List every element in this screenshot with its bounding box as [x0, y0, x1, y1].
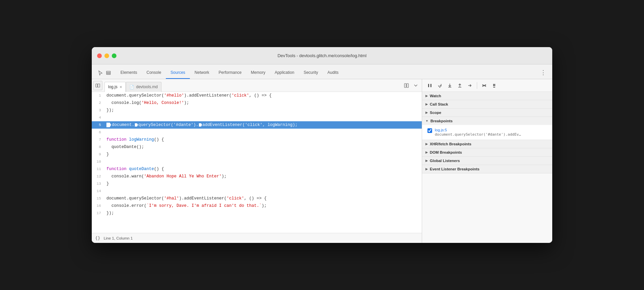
code-token: '#hal': [164, 196, 179, 201]
code-line[interactable]: 11function quoteDante() {: [92, 165, 422, 173]
code-editor[interactable]: 1document.querySelector('#hello').addEve…: [92, 92, 422, 233]
code-token: 'click': [227, 196, 244, 201]
editor-panel: log.js ✕ 📄 devtools.md: [92, 79, 422, 243]
svg-rect-7: [428, 84, 429, 87]
code-line[interactable]: 13}: [92, 180, 422, 187]
code-token: console.log(: [106, 101, 141, 105]
close-button[interactable]: [97, 53, 102, 58]
cursor-icon[interactable]: [97, 69, 104, 76]
minimize-button[interactable]: [104, 53, 109, 58]
devtools-window: DevTools - devtools.glitch.me/console/lo…: [92, 47, 552, 243]
sidebar-toggle-button[interactable]: [93, 81, 102, 90]
svg-rect-6: [407, 84, 408, 88]
line-number: 3: [92, 107, 104, 114]
svg-rect-15: [493, 84, 494, 86]
step-over-button[interactable]: [435, 81, 444, 90]
section-header-event-listener-breakpoints[interactable]: Event Listener Breakpoints: [422, 165, 552, 173]
code-line[interactable]: 12 console.warn('Abandon Hope All Ye Who…: [92, 173, 422, 180]
layers-icon[interactable]: [105, 69, 112, 76]
code-token: 'click': [245, 123, 263, 127]
line-content: document.querySelector('#dante').addEven…: [104, 121, 422, 129]
code-line[interactable]: 17});: [92, 209, 422, 217]
line-content: [104, 187, 422, 195]
code-token: () {: [154, 137, 164, 142]
line-content: document.querySelector('#hal').addEventL…: [104, 195, 422, 202]
format-braces-icon[interactable]: {}: [95, 236, 100, 241]
line-content: console.error(`I'm sorry, Dave. I'm afra…: [104, 202, 422, 209]
debugger-section-watch: Watch: [422, 92, 552, 100]
section-header-call-stack[interactable]: Call Stack: [422, 100, 552, 108]
breakpoint-checkbox[interactable]: [427, 128, 432, 133]
file-tab-close-icon[interactable]: ✕: [119, 85, 122, 89]
file-tab-label: log.js: [108, 85, 117, 89]
code-line[interactable]: 14: [92, 187, 422, 195]
pause-button[interactable]: [425, 81, 434, 90]
svg-rect-17: [493, 87, 495, 88]
code-line[interactable]: 9}: [92, 151, 422, 158]
section-header-xhr-breakpoints[interactable]: XHR/fetch Breakpoints: [422, 140, 552, 148]
code-token: function: [106, 167, 129, 171]
line-content: [104, 129, 422, 136]
line-content: [104, 114, 422, 121]
code-line[interactable]: 8 quoteDante();: [92, 143, 422, 151]
chevron-icon: [425, 111, 428, 114]
tab-application[interactable]: Application: [270, 67, 299, 79]
step-into-button[interactable]: [445, 81, 454, 90]
expand-file-button[interactable]: [411, 81, 420, 90]
main-content: log.js ✕ 📄 devtools.md: [92, 79, 552, 243]
tab-elements[interactable]: Elements: [116, 67, 142, 79]
tab-audits[interactable]: Audits: [323, 67, 343, 79]
code-line[interactable]: 15document.querySelector('#hal').addEven…: [92, 195, 422, 202]
step-out-button[interactable]: [455, 81, 464, 90]
deactivate-breakpoints-button[interactable]: [480, 81, 489, 90]
code-line[interactable]: 5document.querySelector('#dante').addEve…: [92, 121, 422, 129]
debugger-sections: WatchCall StackScopeBreakpointslog.js:5d…: [422, 92, 552, 243]
section-header-breakpoints[interactable]: Breakpoints: [422, 117, 552, 125]
maximize-button[interactable]: [112, 53, 116, 58]
breakpoint-file-label[interactable]: log.js:5: [435, 128, 521, 132]
code-token: });: [106, 211, 114, 215]
window-title: DevTools - devtools.glitch.me/console/lo…: [278, 53, 367, 58]
code-token: document.querySelector(: [106, 196, 164, 201]
code-token: `I'm sorry, Dave. I'm afraid I can't do …: [146, 203, 262, 208]
code-line[interactable]: 16 console.error(`I'm sorry, Dave. I'm a…: [92, 202, 422, 209]
code-line[interactable]: 1document.querySelector('#hello').addEve…: [92, 92, 422, 99]
svg-rect-8: [430, 84, 431, 87]
toolbar-separator: [477, 82, 477, 89]
tab-security[interactable]: Security: [299, 67, 323, 79]
code-line[interactable]: 3});: [92, 107, 422, 114]
line-number: 1: [92, 92, 104, 99]
breakpoint-item: log.js:5document.querySelector('#dante')…: [422, 126, 552, 138]
chevron-icon: [425, 119, 428, 123]
section-header-global-listeners[interactable]: Global Listeners: [422, 157, 552, 165]
section-header-watch[interactable]: Watch: [422, 92, 552, 100]
tab-performance[interactable]: Performance: [214, 67, 246, 79]
code-token: ).: [194, 123, 199, 127]
file-tab-devtools-md[interactable]: 📄 devtools.md: [126, 82, 162, 92]
tab-console[interactable]: Console: [142, 67, 166, 79]
line-number: 14: [92, 187, 104, 195]
line-number: 11: [92, 165, 104, 173]
section-header-dom-breakpoints[interactable]: DOM Breakpoints: [422, 148, 552, 156]
code-line[interactable]: 2 console.log('Hello, Console!');: [92, 99, 422, 107]
pause-on-exceptions-button[interactable]: [490, 81, 499, 90]
section-body-breakpoints: log.js:5document.querySelector('#dante')…: [422, 125, 552, 140]
line-content: [104, 158, 422, 165]
step-into-file-button[interactable]: [402, 81, 411, 90]
breakpoint-marker-icon: [135, 123, 138, 127]
section-label: Breakpoints: [430, 119, 452, 123]
file-tab-log-js[interactable]: log.js ✕: [104, 82, 126, 92]
tab-network[interactable]: Network: [190, 67, 214, 79]
code-line[interactable]: 10: [92, 158, 422, 165]
code-line[interactable]: 4: [92, 114, 422, 121]
code-line[interactable]: 6: [92, 129, 422, 136]
tab-memory[interactable]: Memory: [246, 67, 270, 79]
section-header-scope[interactable]: Scope: [422, 109, 552, 117]
more-tabs-button[interactable]: ⋮: [537, 66, 550, 79]
tab-sources[interactable]: Sources: [166, 67, 190, 79]
code-line[interactable]: 7function logWarning() {: [92, 136, 422, 143]
chevron-icon: [425, 167, 428, 171]
step-button[interactable]: [465, 81, 474, 90]
svg-rect-16: [495, 84, 496, 86]
svg-rect-1: [106, 72, 110, 74]
